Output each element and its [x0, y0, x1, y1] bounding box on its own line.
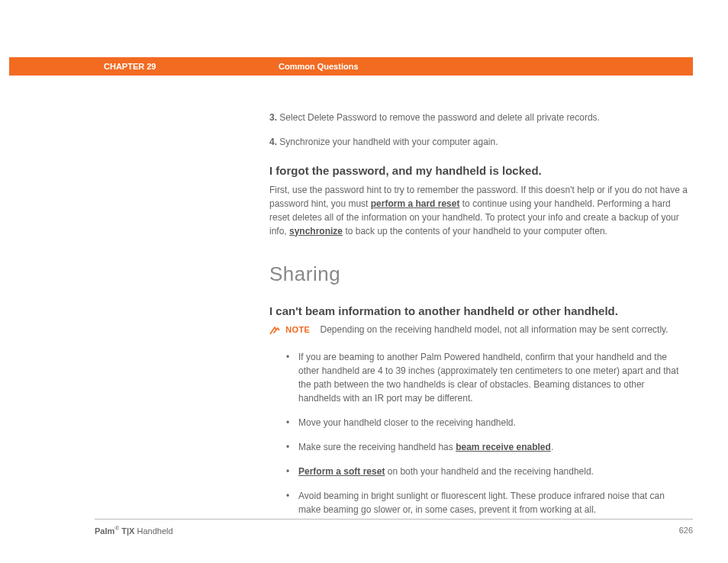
link-synchronize[interactable]: synchronize — [289, 226, 343, 236]
content-area: 3. Select Delete Password to remove the … — [269, 111, 693, 527]
brand: Palm — [95, 526, 114, 536]
step-4: 4. Synchronize your handheld with your c… — [269, 135, 693, 149]
list-item: Move your handheld closer to the receivi… — [298, 416, 693, 429]
paragraph-forgot: First, use the password hint to try to r… — [269, 183, 693, 238]
text: to back up the contents of your handheld… — [343, 226, 607, 236]
step-3: 3. Select Delete Password to remove the … — [269, 111, 693, 124]
page-number: 626 — [679, 524, 693, 537]
step-number: 3. — [269, 112, 277, 123]
page: CHAPTER 29 Common Questions 3. Select De… — [0, 0, 728, 563]
heading-cant-beam: I can't beam information to another hand… — [269, 303, 693, 320]
link-soft-reset[interactable]: Perform a soft reset — [298, 466, 385, 477]
link-beam-receive[interactable]: beam receive enabled — [456, 442, 551, 452]
step-text: Synchronize your handheld with your comp… — [279, 137, 498, 147]
text: on both your handheld and the receiving … — [385, 466, 594, 477]
model: T|X — [119, 526, 134, 536]
note-icon — [269, 326, 280, 335]
chapter-label: CHAPTER 29 — [104, 60, 156, 73]
list-item: If you are beaming to another Palm Power… — [298, 350, 693, 405]
link-hard-reset[interactable]: perform a hard reset — [371, 198, 460, 209]
header-accent-left — [9, 57, 95, 76]
product-type: Handheld — [134, 526, 172, 536]
step-number: 4. — [269, 137, 277, 147]
note-row: NOTE Depending on the receiving handheld… — [269, 323, 693, 336]
list-item: Avoid beaming in bright sunlight or fluo… — [298, 489, 693, 516]
section-label: Common Questions — [279, 60, 359, 73]
step-text: Select Delete Password to remove the pas… — [279, 112, 600, 123]
product-label: Palm® T|X Handheld — [95, 524, 173, 537]
list-item: Make sure the receiving handheld has bea… — [298, 440, 693, 454]
note-label: NOTE — [285, 325, 310, 334]
list-item: Perform a soft reset on both your handhe… — [298, 465, 693, 478]
note-text: Depending on the receiving handheld mode… — [320, 324, 668, 335]
text: Make sure the receiving handheld has — [298, 442, 456, 452]
bullet-list: If you are beaming to another Palm Power… — [269, 350, 693, 516]
heading-forgot-password: I forgot the password, and my handheld i… — [269, 162, 693, 180]
footer: Palm® T|X Handheld 626 — [95, 519, 693, 537]
heading-sharing: Sharing — [269, 259, 693, 289]
header-bar: CHAPTER 29 Common Questions — [9, 57, 693, 76]
text: . — [551, 442, 553, 452]
header-accent-right — [95, 57, 693, 76]
note-text — [312, 324, 320, 335]
